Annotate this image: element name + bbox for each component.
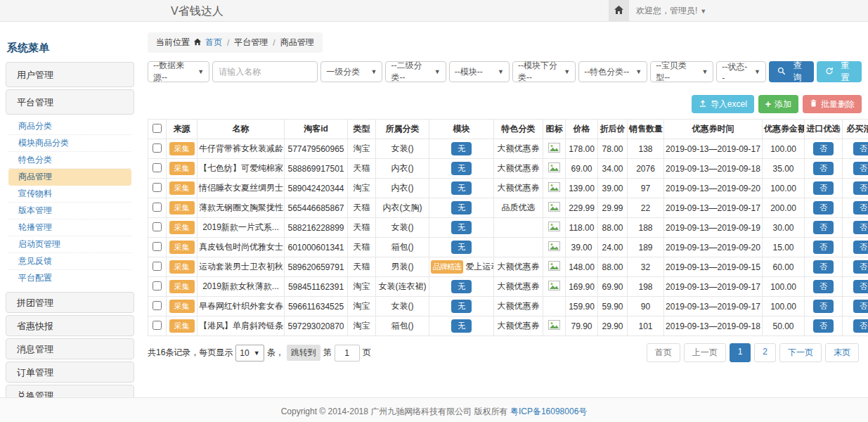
row-checkbox[interactable]: [153, 183, 162, 192]
import-select-toggle[interactable]: 否: [813, 260, 834, 274]
sidebar-subitem-商品管理[interactable]: 商品管理: [8, 169, 131, 186]
reset-button[interactable]: 重置: [817, 61, 862, 82]
sidebar-item-订单管理[interactable]: 订单管理: [6, 362, 134, 383]
breadcrumb-home-link[interactable]: 首页: [205, 37, 222, 49]
home-button[interactable]: [609, 0, 629, 22]
sidebar-subitem-轮播管理[interactable]: 轮播管理: [8, 219, 131, 236]
pager-button-2[interactable]: 2: [754, 343, 776, 362]
row-checkbox[interactable]: [153, 301, 162, 310]
feature-category-select[interactable]: --特色分类--▼: [578, 61, 647, 82]
sidebar-item-省惠快报[interactable]: 省惠快报: [6, 315, 134, 336]
chevron-down-icon: ▼: [564, 68, 570, 75]
column-header-必买清单: 必买清单: [843, 120, 868, 139]
sales-count: 22: [628, 198, 664, 218]
breadcrumb-separator: /: [226, 38, 231, 48]
name-input[interactable]: [212, 61, 318, 82]
jump-page-input[interactable]: [335, 345, 360, 362]
sales-count: 198: [628, 277, 664, 297]
import-select-toggle[interactable]: 否: [813, 221, 834, 234]
import-select-toggle[interactable]: 否: [813, 142, 834, 155]
source-badge: 采集: [169, 300, 195, 313]
must-buy-toggle[interactable]: 否: [853, 201, 868, 215]
product-name: 早春网红针织外套女春...: [197, 297, 285, 316]
pager-button-下一页[interactable]: 下一页: [779, 343, 822, 362]
chevron-down-icon: ▼: [434, 68, 441, 75]
add-button[interactable]: + 添加: [758, 95, 798, 113]
sidebar-subitem-模块商品分类[interactable]: 模块商品分类: [8, 135, 131, 152]
row-checkbox[interactable]: [153, 281, 162, 290]
price: 178.00: [566, 139, 598, 159]
icp-link[interactable]: 粤ICP备16098006号: [510, 407, 587, 416]
row-checkbox[interactable]: [153, 203, 162, 212]
must-buy-toggle[interactable]: 否: [853, 142, 868, 155]
import-select-toggle[interactable]: 否: [813, 201, 834, 215]
sidebar-subitem-平台配置[interactable]: 平台配置: [8, 270, 131, 287]
import-select-toggle[interactable]: 否: [813, 300, 834, 313]
must-buy-toggle[interactable]: 否: [853, 300, 868, 313]
level1-category-select[interactable]: 一级分类▼: [320, 61, 382, 82]
discount-price: 39.00: [598, 179, 628, 198]
jump-button[interactable]: 跳转到: [287, 345, 320, 361]
select-all-checkbox[interactable]: [153, 124, 162, 133]
top-bar: V省钱达人 欢迎您，管理员!▼: [0, 0, 868, 22]
row-checkbox[interactable]: [153, 143, 162, 153]
pager-button-首页[interactable]: 首页: [647, 343, 680, 362]
module-select[interactable]: --模块--▼: [449, 61, 510, 82]
batch-delete-button[interactable]: 批量删除: [803, 95, 862, 113]
page-size-select[interactable]: 10▼: [235, 345, 264, 362]
must-buy-toggle[interactable]: 否: [853, 181, 868, 195]
status-select[interactable]: --状态--▼: [716, 61, 766, 82]
sidebar-item-platform[interactable]: 平台管理: [6, 89, 134, 115]
module-subcategory-select[interactable]: --模块下分类--▼: [512, 61, 576, 82]
source-badge: 采集: [169, 181, 195, 195]
sidebar-subitem-商品分类[interactable]: 商品分类: [8, 118, 131, 135]
sidebar-subitem-意见反馈[interactable]: 意见反馈: [8, 253, 131, 270]
sidebar-subitem-特色分类[interactable]: 特色分类: [8, 152, 131, 169]
sidebar-item-兑换管理[interactable]: 兑换管理: [6, 385, 134, 398]
must-buy-toggle[interactable]: 否: [853, 162, 868, 175]
shop-type: 天猫: [348, 198, 376, 218]
sidebar-item-users[interactable]: 用户管理: [6, 62, 134, 87]
module-badge: 无: [451, 241, 472, 254]
category: 内衣(文胸): [376, 198, 429, 218]
must-buy-toggle[interactable]: 否: [853, 221, 868, 234]
pager: 首页上一页12下一页末页: [647, 343, 859, 362]
must-buy-toggle[interactable]: 否: [853, 319, 868, 333]
sidebar-item-消息管理[interactable]: 消息管理: [6, 338, 134, 359]
row-checkbox[interactable]: [153, 163, 162, 172]
row-checkbox[interactable]: [153, 262, 162, 271]
sidebar-subitem-版本管理[interactable]: 版本管理: [8, 203, 131, 219]
search-button[interactable]: 查询: [769, 61, 814, 82]
category: 内衣(): [376, 159, 429, 179]
must-buy-toggle[interactable]: 否: [853, 260, 868, 274]
pager-button-上一页[interactable]: 上一页: [684, 343, 726, 362]
import-excel-button[interactable]: 导入excel: [692, 95, 754, 113]
sidebar-subitem-启动页管理[interactable]: 启动页管理: [8, 236, 131, 253]
user-menu[interactable]: 欢迎您，管理员!▼: [636, 0, 706, 23]
item-type-select[interactable]: --宝贝类型--▼: [650, 61, 713, 82]
row-checkbox[interactable]: [153, 321, 162, 330]
import-select-toggle[interactable]: 否: [813, 280, 834, 293]
must-buy-toggle[interactable]: 否: [853, 241, 868, 254]
table-header-row: 来源名称淘客id类型所属分类模块特色分类图标价格折后价销售数量优惠券时间优惠券金…: [148, 120, 868, 139]
import-select-toggle[interactable]: 否: [813, 162, 834, 175]
feature-category: 大额优惠券: [494, 316, 543, 336]
row-checkbox[interactable]: [153, 222, 162, 231]
must-buy-toggle[interactable]: 否: [853, 280, 868, 293]
breadcrumb-platform[interactable]: 平台管理: [234, 37, 268, 49]
pager-button-1[interactable]: 1: [730, 343, 751, 362]
shop-type: 天猫: [348, 159, 376, 179]
category: 女装(): [376, 139, 429, 159]
pager-button-末页[interactable]: 末页: [825, 343, 859, 362]
taoke-id: 588869917501: [285, 159, 348, 179]
import-select-toggle[interactable]: 否: [813, 241, 834, 254]
sidebar-subitem-宣传物料[interactable]: 宣传物料: [8, 186, 131, 203]
row-checkbox[interactable]: [153, 242, 162, 251]
category: 男装(): [376, 257, 429, 277]
import-select-toggle[interactable]: 否: [813, 181, 834, 195]
sidebar-item-拼团管理[interactable]: 拼团管理: [6, 292, 134, 313]
data-source-select[interactable]: --数据来源--▼: [148, 61, 209, 82]
price: 159.90: [566, 297, 598, 316]
import-select-toggle[interactable]: 否: [813, 319, 834, 333]
level2-category-select[interactable]: --二级分类--▼: [385, 61, 446, 82]
